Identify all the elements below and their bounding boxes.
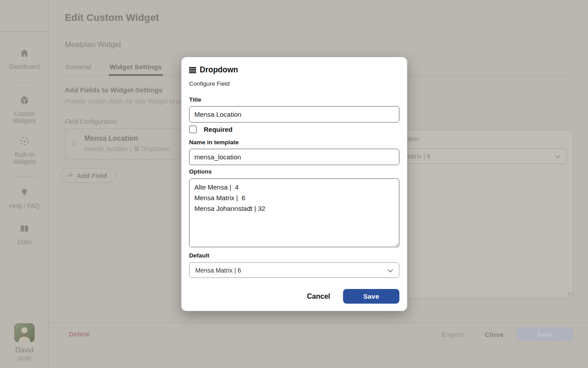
required-checkbox[interactable] bbox=[189, 126, 197, 133]
title-field-label: Title bbox=[189, 96, 399, 103]
add-field-button[interactable]: + Add Field bbox=[60, 168, 116, 183]
sidebar: Dashboard Custom Widgets Built-In Widget… bbox=[0, 0, 49, 368]
section-heading: Add Fields to Widget-Settings bbox=[65, 86, 162, 94]
dropdown-lines-icon bbox=[134, 146, 139, 151]
plus-icon: + bbox=[68, 170, 73, 180]
required-label: Required bbox=[204, 126, 233, 133]
user-org: JASP bbox=[0, 355, 49, 362]
sidebar-top-divider bbox=[0, 32, 49, 32]
dropdown-lines-icon bbox=[189, 67, 196, 73]
lightbulb-icon bbox=[19, 187, 30, 200]
section-description: Provide custom fields for your Widget to… bbox=[65, 98, 186, 105]
sidebar-item-help-faq[interactable]: Help / FAQ bbox=[0, 187, 49, 210]
save-button[interactable]: Save bbox=[343, 289, 399, 304]
title-input[interactable] bbox=[189, 106, 399, 123]
default-field-label: Default bbox=[189, 252, 399, 259]
home-icon bbox=[19, 48, 30, 60]
sidebar-item-dashboard[interactable]: Dashboard bbox=[0, 48, 49, 70]
sidebar-user[interactable]: David JASP bbox=[0, 323, 49, 362]
default-select[interactable]: Mensa Matrix | 6 bbox=[189, 262, 399, 278]
sidebar-item-label: Help / FAQ bbox=[0, 202, 49, 210]
field-card-separator: | bbox=[130, 145, 132, 152]
options-textarea[interactable]: Alte Mensa | 4 Mensa Matrix | 6 Mensa Jo… bbox=[189, 178, 399, 247]
add-field-label: Add Field bbox=[77, 172, 107, 179]
resize-handle[interactable] bbox=[568, 293, 572, 297]
chevron-down-icon bbox=[387, 267, 393, 274]
dialog-title: Dropdown bbox=[200, 65, 238, 75]
configure-field-dialog: Dropdown Configure Field Title Required … bbox=[181, 57, 407, 311]
footer-divider bbox=[49, 322, 588, 323]
name-in-template-input[interactable] bbox=[189, 149, 399, 165]
dashed-circle-icon bbox=[19, 136, 30, 148]
field-configuration-label: Field Configuration bbox=[65, 118, 117, 125]
cube-icon bbox=[19, 95, 30, 107]
default-select-value: Mensa Matrix | 6 bbox=[195, 267, 241, 274]
sidebar-item-custom-widgets[interactable]: Custom Widgets bbox=[0, 95, 49, 124]
tab-general[interactable]: General bbox=[65, 63, 92, 75]
close-button[interactable]: Close bbox=[485, 331, 504, 338]
sidebar-divider bbox=[12, 83, 36, 83]
avatar bbox=[14, 323, 35, 342]
field-card-title: Mensa Location bbox=[84, 135, 138, 142]
sidebar-divider bbox=[12, 176, 36, 177]
page-title: Edit Custom Widget bbox=[65, 12, 159, 24]
sidebar-item-label: Docs bbox=[0, 238, 49, 245]
widget-name: Mealplan Widget bbox=[65, 40, 121, 49]
export-button[interactable]: Export bbox=[442, 331, 464, 338]
user-name: David bbox=[0, 346, 49, 354]
dialog-header: Dropdown bbox=[189, 65, 399, 75]
dialog-subtitle: Configure Field bbox=[189, 80, 399, 87]
delete-button[interactable]: Delete bbox=[69, 330, 90, 338]
footer-actions: Export Close Save bbox=[442, 327, 573, 341]
sort-vertical-icon[interactable]: ↑↓ bbox=[71, 139, 75, 146]
required-row: Required bbox=[189, 126, 399, 133]
tab-widget-settings[interactable]: Widget Settings bbox=[109, 63, 163, 75]
name-field-label: Name in template bbox=[189, 139, 399, 146]
dialog-actions: Cancel Save bbox=[189, 289, 399, 304]
page-save-button[interactable]: Save bbox=[517, 327, 573, 341]
field-card-meta: mensa_location | Dropdown bbox=[84, 145, 170, 152]
sidebar-item-built-in-widgets[interactable]: Built-In Widgets bbox=[0, 136, 49, 165]
chevron-down-icon bbox=[555, 153, 560, 160]
field-card-type: Dropdown bbox=[141, 145, 170, 152]
sidebar-item-label: Dashboard bbox=[0, 63, 49, 70]
options-field-label: Options bbox=[189, 168, 399, 175]
book-icon bbox=[19, 223, 30, 236]
field-card-name: mensa_location bbox=[84, 145, 128, 152]
sidebar-item-label: Built-In Widgets bbox=[8, 151, 40, 165]
cancel-button[interactable]: Cancel bbox=[307, 293, 330, 301]
sidebar-item-label: Custom Widgets bbox=[8, 110, 40, 124]
sidebar-item-docs[interactable]: Docs bbox=[0, 223, 49, 245]
